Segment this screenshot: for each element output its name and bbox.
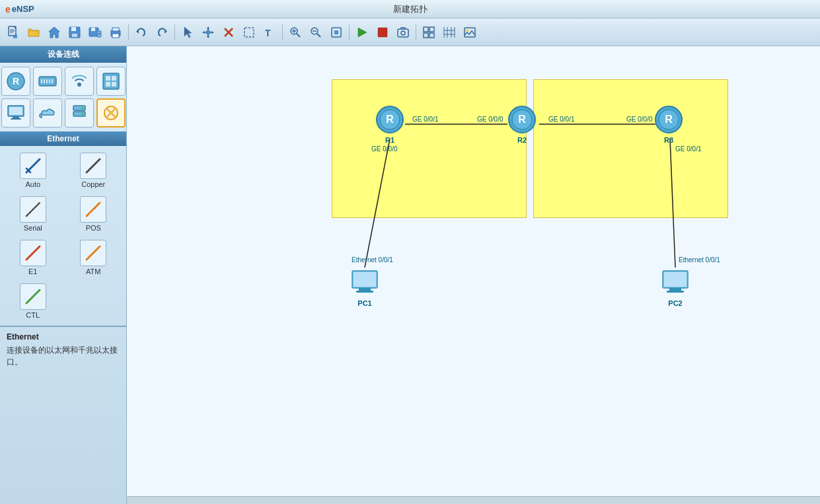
zoomin-button[interactable]	[286, 23, 305, 42]
sep4	[349, 24, 350, 40]
saveas-button[interactable]	[86, 23, 104, 42]
cable-ctl[interactable]: CTL	[4, 281, 62, 322]
zone1	[332, 79, 527, 218]
svg-rect-64	[112, 82, 116, 87]
svg-rect-95	[667, 291, 684, 293]
svg-rect-5	[71, 27, 76, 31]
redo-button[interactable]	[153, 23, 171, 42]
port-label-r2-ge001: GE 0/0/1	[548, 116, 574, 123]
svg-point-72	[81, 113, 83, 115]
cable-copper[interactable]: Copper	[65, 150, 123, 191]
port-label-r2-ge000: GE 0/0/0	[477, 116, 503, 123]
svg-text:R: R	[665, 114, 673, 125]
svg-point-21	[206, 30, 210, 34]
select-button[interactable]	[178, 23, 197, 42]
r3-label: R3	[664, 136, 673, 144]
device-pc[interactable]	[1, 98, 30, 127]
cable-serial[interactable]: Serial	[4, 194, 62, 234]
svg-rect-91	[356, 291, 373, 293]
topo-button[interactable]	[420, 23, 438, 42]
device-pc2[interactable]: PC2	[660, 268, 690, 307]
canvas[interactable]: GE 0/0/1 GE 0/0/0 GE 0/0/1 GE 0/0/0 GE 0…	[127, 46, 820, 504]
delete-button[interactable]	[219, 23, 238, 42]
cable-atm-icon	[80, 240, 106, 266]
svg-rect-8	[91, 28, 95, 31]
svg-rect-34	[334, 30, 338, 34]
fit-button[interactable]	[327, 23, 346, 42]
cable-pos[interactable]: POS	[65, 194, 123, 234]
svg-text:R: R	[12, 76, 19, 87]
r2-label: R2	[517, 136, 527, 144]
device-r2[interactable]: R R2	[507, 104, 537, 144]
app-title: e eNSP	[5, 4, 34, 15]
cable-auto[interactable]: Auto	[4, 150, 62, 191]
cable-pos-icon	[80, 196, 106, 223]
grid-button[interactable]	[440, 23, 459, 42]
port-label-r1-ge001: GE 0/0/1	[412, 116, 438, 123]
svg-rect-14	[112, 34, 119, 38]
svg-text:R: R	[386, 114, 394, 125]
svg-rect-40	[429, 27, 434, 32]
svg-point-71	[81, 107, 83, 109]
device-router[interactable]: R	[1, 67, 30, 96]
port-label-pc2-eth: Ethernet 0/0/1	[679, 256, 720, 264]
device-grid: R	[0, 63, 126, 131]
home-button[interactable]	[45, 23, 63, 42]
zoomout-button[interactable]	[307, 23, 325, 42]
image-button[interactable]	[461, 23, 479, 42]
cable-section-title: Ethernet	[0, 131, 126, 146]
svg-rect-63	[106, 82, 110, 87]
svg-rect-61	[106, 76, 110, 81]
cable-serial-icon	[20, 196, 46, 223]
svg-rect-66	[9, 107, 22, 115]
svg-text:T: T	[265, 28, 271, 38]
svg-rect-60	[103, 73, 119, 89]
main-layout: 设备连线 R	[0, 46, 820, 504]
svg-line-31	[317, 34, 320, 37]
device-link[interactable]	[96, 98, 126, 127]
horizontal-scrollbar[interactable]	[127, 496, 820, 504]
device-cloud[interactable]	[33, 98, 62, 127]
device-r3[interactable]: R R3	[653, 104, 684, 144]
text-button[interactable]: T	[260, 23, 279, 42]
device-pc1[interactable]: PC1	[350, 268, 380, 307]
app-name: eNSP	[12, 4, 34, 14]
cable-e1[interactable]: E1	[4, 237, 62, 278]
new-button[interactable]	[4, 23, 22, 42]
lasso-button[interactable]	[240, 23, 258, 42]
svg-rect-24	[244, 28, 254, 37]
pan-button[interactable]	[199, 23, 217, 42]
device-r1[interactable]: R R1	[375, 104, 405, 144]
cable-grid: Auto Copper Serial POS	[0, 146, 126, 326]
pc1-label: PC1	[357, 299, 371, 307]
capture-button[interactable]	[394, 23, 412, 42]
info-title: Ethernet	[7, 332, 120, 342]
svg-rect-93	[664, 272, 687, 287]
app-logo: e	[5, 4, 11, 15]
svg-rect-67	[13, 116, 19, 118]
pc2-label: PC2	[668, 299, 682, 307]
toolbar: T	[0, 18, 820, 46]
svg-marker-20	[211, 31, 214, 34]
svg-rect-62	[112, 76, 116, 81]
undo-button[interactable]	[132, 23, 151, 42]
svg-marker-19	[202, 31, 205, 34]
print-button[interactable]	[106, 23, 125, 42]
svg-rect-68	[11, 118, 21, 120]
device-server[interactable]	[65, 98, 94, 127]
cable-atm[interactable]: ATM	[65, 237, 123, 278]
save-button[interactable]	[65, 23, 84, 42]
device-switch-cloud[interactable]	[33, 67, 62, 96]
open-button[interactable]	[24, 23, 43, 42]
start-button[interactable]	[353, 23, 371, 42]
svg-point-74	[109, 111, 113, 115]
device-wireless[interactable]	[65, 67, 94, 96]
stop-button[interactable]	[373, 23, 392, 42]
cable-atm-label: ATM	[86, 268, 100, 275]
svg-rect-42	[429, 33, 434, 38]
port-label-pc1-eth: Ethernet 0/0/1	[352, 256, 393, 264]
cable-pos-label: POS	[86, 224, 101, 232]
cable-ctl-icon	[20, 283, 46, 310]
cable-e1-icon	[20, 240, 46, 266]
device-firewall[interactable]	[96, 67, 126, 96]
